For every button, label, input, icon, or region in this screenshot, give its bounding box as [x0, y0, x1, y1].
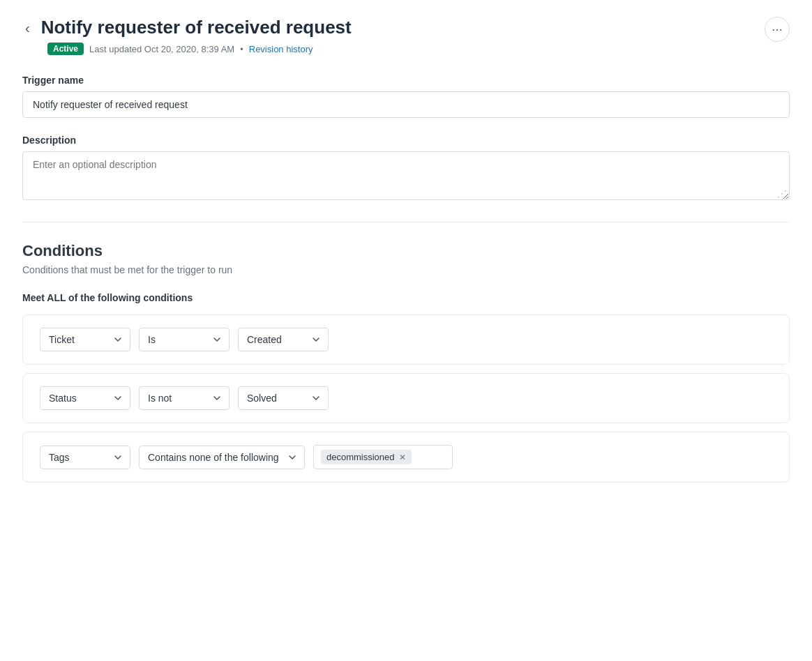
- condition-2-operator-select[interactable]: Is not: [139, 386, 230, 410]
- condition-1-value-select[interactable]: Created: [238, 328, 329, 351]
- subtitle-row: Active Last updated Oct 20, 2020, 8:39 A…: [47, 43, 352, 55]
- description-section: Description ⋰: [22, 135, 790, 202]
- tag-remove-button[interactable]: ✕: [399, 453, 406, 462]
- condition-3-field-select[interactable]: Tags: [40, 446, 130, 469]
- condition-3-tags-input[interactable]: decommissioned ✕: [313, 445, 453, 469]
- trigger-name-input[interactable]: [22, 91, 790, 118]
- condition-1-operator-select[interactable]: Is: [139, 328, 230, 351]
- back-button[interactable]: ‹: [22, 20, 33, 36]
- page-header: ‹ Notify requester of received request A…: [22, 17, 790, 55]
- meet-all-label: Meet ALL of the following conditions: [22, 292, 790, 303]
- conditions-description: Conditions that must be met for the trig…: [22, 264, 790, 275]
- more-options-button[interactable]: ⋯: [765, 17, 790, 42]
- ellipsis-icon: ⋯: [772, 23, 783, 36]
- tag-label: decommissioned: [326, 452, 395, 462]
- separator: •: [240, 44, 243, 54]
- condition-2-field-select[interactable]: Status: [40, 386, 130, 410]
- title-row: ‹ Notify requester of received request: [22, 17, 352, 38]
- page-title: Notify requester of received request: [41, 17, 352, 38]
- condition-row-3: Tags Contains none of the following deco…: [40, 445, 772, 469]
- status-badge: Active: [47, 43, 84, 55]
- tag-chip-decommissioned: decommissioned ✕: [321, 450, 412, 464]
- description-input[interactable]: [22, 151, 790, 200]
- condition-row-1: Ticket Is Created: [40, 328, 772, 351]
- revision-history-link[interactable]: Revision history: [249, 44, 313, 54]
- last-updated-text: Last updated Oct 20, 2020, 8:39 AM: [89, 44, 234, 54]
- condition-block-2: Status Is not Solved: [22, 373, 790, 423]
- header-left: ‹ Notify requester of received request A…: [22, 17, 352, 55]
- trigger-name-section: Trigger name: [22, 75, 790, 118]
- condition-1-field-select[interactable]: Ticket: [40, 328, 130, 351]
- description-wrapper: ⋰: [22, 151, 790, 202]
- condition-block-3: Tags Contains none of the following deco…: [22, 432, 790, 483]
- divider: [22, 222, 790, 222]
- condition-3-operator-select[interactable]: Contains none of the following: [139, 446, 305, 469]
- condition-2-value-select[interactable]: Solved: [238, 386, 329, 410]
- conditions-title: Conditions: [22, 242, 790, 260]
- conditions-section: Conditions Conditions that must be met f…: [22, 242, 790, 483]
- trigger-name-label: Trigger name: [22, 75, 790, 86]
- description-label: Description: [22, 135, 790, 146]
- condition-row-2: Status Is not Solved: [40, 386, 772, 410]
- condition-block-1: Ticket Is Created: [22, 314, 790, 365]
